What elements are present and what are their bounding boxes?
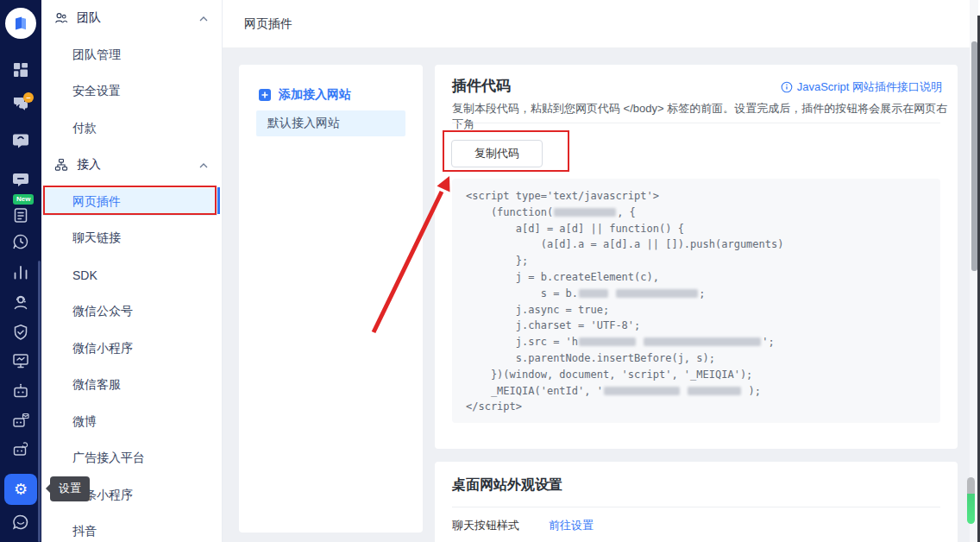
sidebar-item-抖音[interactable]: 抖音 — [41, 514, 222, 542]
page-scrollbar-thumb[interactable] — [971, 41, 977, 271]
redacted-text — [688, 387, 741, 395]
sidebar-label: 团队管理 — [72, 47, 121, 63]
meiqia-logo-icon — [11, 14, 30, 33]
chevron-up-icon[interactable] — [199, 16, 208, 22]
code-line: (function(, { — [466, 205, 927, 221]
page-header: 网页插件 — [223, 0, 980, 48]
add-site-button[interactable]: 添加接入网站 — [259, 87, 351, 103]
redacted-text — [579, 289, 608, 298]
site-item-label: 默认接入网站 — [267, 116, 340, 131]
robot-chat-icon[interactable] — [11, 439, 30, 458]
code-line: })(window, document, 'script', '_MEIQIA'… — [466, 367, 927, 383]
sidebar-label: 接入 — [77, 157, 101, 173]
code-block[interactable]: <script type='text/javascript'> (functio… — [452, 179, 940, 423]
code-line: s.parentNode.insertBefore(j, s); — [466, 350, 927, 367]
code-line: j.charset = 'UTF-8'; — [466, 318, 927, 334]
code-line: j.src = 'h '; — [466, 334, 927, 350]
unread-badge: – — [23, 92, 34, 103]
sidebar-item-网页插件[interactable]: 网页插件 — [41, 184, 222, 221]
settings-sidebar: 团队团队管理安全设置付款接入网页插件聊天链接SDK微信公众号微信小程序微信客服微… — [41, 0, 223, 542]
network-icon — [53, 157, 69, 173]
sidebar-label: 广告接入平台 — [72, 451, 145, 466]
sidebar-label: 微信客服 — [72, 377, 121, 393]
ticket-icon[interactable] — [11, 205, 30, 224]
site-list-panel: 添加接入网站 默认接入网站 — [239, 65, 423, 533]
doc-link-label: JavaScript 网站插件接口说明 — [797, 79, 942, 95]
gear-glyph: ⚙ — [14, 482, 28, 497]
call-icon[interactable] — [11, 131, 30, 150]
appearance-panel: 桌面网站外观设置 聊天按钮样式 前往设置 — [435, 462, 958, 542]
green-scroll-widget[interactable] — [967, 477, 975, 524]
sidebar-label: 微博 — [72, 414, 97, 430]
site-list-item[interactable]: 默认接入网站 — [256, 110, 405, 136]
redacted-text — [604, 387, 680, 395]
sidebar-item-SDK[interactable]: SDK — [41, 257, 222, 294]
messenger-icon[interactable] — [11, 513, 30, 532]
sidebar-item-微信小程序[interactable]: 微信小程序 — [41, 331, 222, 368]
info-icon — [781, 81, 793, 93]
doc-link[interactable]: JavaScript 网站插件接口说明 — [781, 79, 942, 95]
chat-history-icon[interactable] — [11, 232, 30, 251]
code-line: j.async = true; — [466, 302, 927, 318]
sidebar-label: 网页插件 — [72, 194, 121, 210]
monitor-icon[interactable] — [11, 351, 30, 370]
security-shield-icon[interactable] — [11, 323, 30, 342]
chat-button-style-label: 聊天按钮样式 — [452, 518, 519, 533]
message-icon[interactable] — [11, 170, 30, 189]
sidebar-label: 付款 — [72, 121, 97, 136]
copy-code-button[interactable]: 复制代码 — [451, 140, 543, 167]
robot-mail-icon[interactable] — [11, 411, 30, 430]
plugin-description: 复制本段代码，粘贴到您网页代码 </body> 标签的前面。设置完成后，插件的按… — [452, 101, 958, 132]
sidebar-label: 安全设置 — [72, 84, 121, 99]
sidebar-label: SDK — [72, 268, 97, 282]
appearance-title: 桌面网站外观设置 — [452, 476, 562, 495]
redacted-text — [554, 208, 616, 217]
sidebar-item-微博[interactable]: 微博 — [41, 404, 222, 441]
agent-icon[interactable] — [11, 293, 30, 312]
code-line: <script type='text/javascript'> — [466, 188, 927, 205]
sidebar-group-接入[interactable]: 接入 — [41, 147, 222, 184]
sidebar-label: 团队 — [77, 10, 101, 26]
code-line: </script> — [466, 399, 927, 415]
icon-rail: –New⚙ — [0, 0, 41, 542]
sidebar-item-广告接入平台[interactable]: 广告接入平台 — [41, 440, 222, 477]
chevron-up-icon[interactable] — [199, 163, 208, 168]
sidebar-group-团队[interactable]: 团队 — [41, 0, 222, 37]
code-line: a[d] = a[d] || function() { — [466, 221, 927, 237]
redacted-text — [644, 337, 761, 346]
settings-gear-icon[interactable]: ⚙ — [4, 474, 37, 505]
code-line: _MEIQIA('entId', ' ); — [466, 383, 927, 400]
sidebar-item-聊天链接[interactable]: 聊天链接 — [41, 220, 222, 257]
plugin-code-panel: 插件代码 JavaScript 网站插件接口说明 复制本段代码，粘贴到您网页代码… — [435, 65, 958, 449]
selected-indicator-bar — [217, 187, 220, 214]
redacted-text — [579, 337, 636, 346]
code-line: }; — [466, 253, 927, 269]
add-site-label: 添加接入网站 — [279, 87, 351, 103]
analytics-icon[interactable] — [11, 262, 30, 281]
plus-square-icon — [259, 89, 271, 101]
sidebar-label: 微信小程序 — [72, 341, 133, 356]
divider — [452, 123, 940, 123]
sidebar-item-团队管理[interactable]: 团队管理 — [41, 37, 222, 74]
robot-icon[interactable] — [11, 381, 30, 400]
sidebar-label: 微信公众号 — [72, 304, 133, 319]
go-to-settings-link[interactable]: 前往设置 — [549, 518, 594, 533]
app-logo[interactable] — [5, 8, 36, 39]
sidebar-item-微信公众号[interactable]: 微信公众号 — [41, 293, 222, 331]
sidebar-item-付款[interactable]: 付款 — [41, 110, 222, 148]
page-title: 网页插件 — [244, 16, 292, 32]
settings-tooltip: 设置 — [50, 476, 90, 501]
panel-title: 插件代码 — [452, 76, 511, 96]
rail-scrollbar[interactable] — [38, 261, 41, 542]
sidebar-item-安全设置[interactable]: 安全设置 — [41, 73, 222, 110]
dashboard-grid-icon[interactable] — [11, 60, 30, 79]
redacted-text — [616, 289, 698, 298]
sidebar-label: 抖音 — [72, 524, 97, 539]
sidebar-label: 聊天链接 — [72, 230, 121, 246]
copy-code-label: 复制代码 — [474, 146, 519, 161]
main-content: 添加接入网站 默认接入网站 插件代码 JavaScript 网站插件接口说明 复… — [223, 48, 980, 542]
divider — [452, 507, 940, 507]
code-line: s = b. ; — [466, 286, 927, 302]
sidebar-item-微信客服[interactable]: 微信客服 — [41, 367, 222, 404]
code-line: (a[d].a = a[d].a || []).push(arguments) — [466, 236, 927, 253]
